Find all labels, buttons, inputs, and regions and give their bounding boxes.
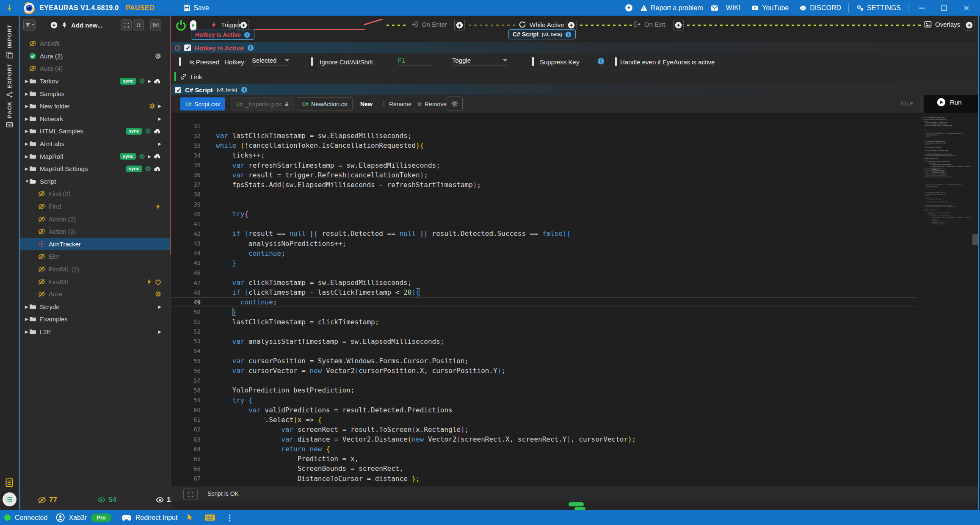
add-on-enter-button[interactable] (454, 20, 465, 30)
line-number[interactable]: 59 (171, 397, 208, 403)
list-menu-button[interactable] (3, 492, 17, 506)
dock-import[interactable]: IMPORT (0, 24, 19, 58)
tree-item-aura-4-[interactable]: Aura (4) (20, 62, 171, 75)
trigger-pill[interactable]: Hotkey Is Active (191, 30, 254, 40)
add-on-exit-button[interactable] (673, 20, 684, 30)
tree-item-tarkov[interactable]: ▶Tarkovsync▶ (20, 75, 171, 88)
notes-icon[interactable] (5, 477, 14, 488)
dock-pack[interactable]: PACK (0, 101, 19, 128)
line-number[interactable]: 54 (171, 348, 208, 354)
line-number[interactable]: 41 (171, 221, 208, 227)
line-number[interactable]: 55 (171, 358, 208, 365)
tree-item-maproll-settings[interactable]: ▶MapRoll.Settingssync (20, 163, 171, 175)
line-number[interactable]: 35 (171, 162, 208, 169)
chevron-right-icon[interactable]: ▶ (25, 91, 29, 96)
link-button[interactable]: Link (174, 72, 202, 81)
line-number[interactable]: 62 (171, 426, 208, 433)
ignore-modifiers-checkbox[interactable] (311, 57, 313, 66)
tree-item-find-2-[interactable]: Find (2) (20, 188, 171, 200)
tree-item-network[interactable]: ▶Network▶ (20, 113, 171, 125)
tree-item-script[interactable]: ▼Script (20, 175, 171, 188)
line-number[interactable]: 36 (171, 171, 208, 178)
handle-always-checkbox[interactable] (615, 57, 617, 66)
line-number[interactable]: 51 (171, 318, 208, 325)
cloud-download-icon[interactable] (625, 4, 633, 12)
tab-imports[interactable]: C# _Imports.g.cs (231, 97, 295, 111)
line-number[interactable]: 38 (171, 191, 208, 198)
tab-newaction[interactable]: C# NewAction.cs (297, 97, 353, 111)
chevron-right-icon[interactable]: ▶ (25, 141, 29, 146)
tree-item-aura[interactable]: Aura (20, 288, 171, 301)
chevron-right-icon[interactable]: ▶ (25, 304, 29, 309)
enable-toggle[interactable] (190, 20, 196, 30)
is-pressed-checkbox[interactable] (179, 57, 181, 66)
scrollbar-thumb[interactable] (972, 234, 978, 245)
discord-button[interactable]: DISCORD (796, 4, 845, 12)
chevron-right-icon[interactable]: ▶ (25, 129, 29, 133)
chevron-down-icon[interactable]: ▼ (25, 179, 29, 184)
tree-item-findml[interactable]: FindML (20, 275, 171, 288)
code-editor[interactable]: 31 32var lastClickTimestamp = sw.Elapsed… (171, 113, 978, 486)
line-number[interactable]: 44 (171, 250, 208, 257)
hotkey-enabled-checkbox[interactable] (184, 44, 191, 51)
line-number[interactable]: 39 (171, 201, 208, 208)
run-button[interactable]: Run (937, 98, 962, 107)
keyboard-icon[interactable] (204, 514, 215, 521)
hotkey-select[interactable]: Selected (252, 55, 289, 66)
settings-button[interactable]: SETTINGS (853, 4, 904, 12)
save-button[interactable]: Save (183, 4, 209, 12)
line-number[interactable]: 66 (171, 465, 208, 472)
tree-item-l2e[interactable]: ▶L2E▶ (20, 326, 171, 338)
tree-item-samples[interactable]: ▶Samples (20, 87, 171, 100)
collapse-all-button[interactable] (133, 19, 144, 30)
hotkey-trigger-header[interactable]: Hotkey Is Active (171, 42, 978, 53)
tree-item-aimlabs[interactable]: ▶AimLabs▶ (20, 138, 171, 150)
archive-button[interactable] (150, 19, 161, 30)
tree-item-ekn[interactable]: Ekn (20, 250, 171, 263)
add-trigger-button[interactable] (238, 20, 249, 30)
line-number[interactable]: 42 (171, 230, 208, 237)
new-tab-button[interactable]: New (360, 97, 373, 111)
add-overlay-button[interactable] (964, 20, 974, 30)
line-number[interactable]: 47 (171, 279, 208, 286)
user-chip[interactable]: Xab3r (56, 513, 87, 522)
wiki-button[interactable]: WIKI (723, 4, 744, 12)
line-number[interactable]: 60 (171, 406, 208, 413)
line-number[interactable]: 49 (171, 299, 208, 306)
line-number[interactable]: 52 (171, 328, 208, 335)
close-button[interactable] (957, 0, 976, 16)
minimize-button[interactable] (912, 0, 931, 16)
youtube-button[interactable]: YouTube (748, 4, 792, 12)
dock-export[interactable]: EXPORT (0, 63, 19, 98)
tree-item-aura-2-[interactable]: Aura (2) (20, 50, 171, 63)
chevron-right-icon[interactable]: ▶ (25, 154, 29, 159)
script-enabled-checkbox[interactable] (175, 87, 181, 93)
chevron-right-icon[interactable]: ▶ (25, 329, 29, 334)
maximize-button[interactable] (935, 0, 953, 16)
line-number[interactable]: 50 (171, 309, 208, 315)
script-panel-header[interactable]: C# Script (v3, beta) (171, 84, 978, 95)
power-on-icon[interactable] (175, 19, 187, 31)
remove-tab-button[interactable]: Remove (417, 97, 447, 111)
line-number[interactable]: 34 (171, 152, 208, 159)
minimap[interactable]: var lastClickTimestamp = sw.ElapsedMilli… (922, 116, 972, 480)
line-number[interactable]: 61 (171, 416, 208, 423)
tab-script-csx[interactable]: C# Script.csx (180, 97, 225, 111)
line-number[interactable]: 32 (171, 133, 208, 139)
chevron-right-icon[interactable]: ▶ (25, 166, 29, 171)
cursor-icon[interactable] (186, 513, 193, 522)
chevron-right-icon[interactable]: ▶ (25, 116, 29, 121)
tree-item-examples[interactable]: ▶Examples (20, 313, 171, 326)
line-number[interactable]: 46 (171, 269, 208, 276)
redirect-input-toggle[interactable]: Redirect Input (121, 514, 178, 522)
line-number[interactable]: 48 (171, 289, 208, 296)
line-number[interactable]: 45 (171, 260, 208, 266)
mail-icon[interactable] (710, 4, 719, 12)
tree-item-action-2-[interactable]: Action (2) (20, 213, 171, 225)
tree-item-maproll[interactable]: ▶MapRollsync▶ (20, 150, 171, 163)
mode-select[interactable]: Toggle (452, 55, 507, 66)
splitter-handle[interactable] (170, 16, 171, 255)
tree-item-find[interactable]: Find (20, 200, 171, 213)
suppress-key-checkbox[interactable] (532, 57, 534, 66)
script-settings-button[interactable] (447, 97, 463, 111)
